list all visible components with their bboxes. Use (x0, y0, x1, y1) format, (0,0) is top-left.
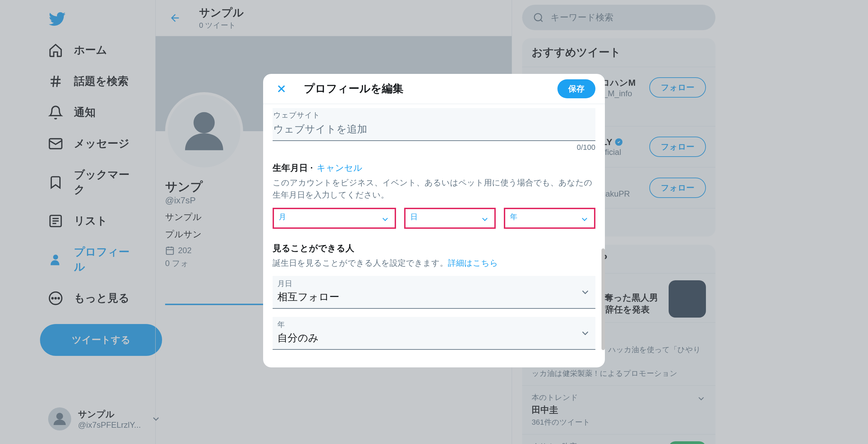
details-link[interactable]: 詳細はこちら (448, 258, 498, 267)
year-select[interactable]: 年 (504, 208, 595, 229)
modal-body: ウェブサイト ウェブサイトを追加 0/100 生年月日 · キャンセル このアカ… (263, 104, 605, 367)
month-select[interactable]: 月 (273, 208, 396, 229)
chevron-down-icon (480, 215, 490, 224)
website-field[interactable]: ウェブサイト ウェブサイトを追加 (273, 108, 595, 141)
cancel-link[interactable]: キャンセル (317, 163, 362, 173)
day-select[interactable]: 日 (404, 208, 496, 229)
scrollbar[interactable] (601, 248, 605, 350)
char-counter: 0/100 (273, 143, 595, 152)
chevron-down-icon (580, 287, 591, 298)
modal-title: プロフィールを編集 (304, 81, 557, 96)
save-button[interactable]: 保存 (557, 79, 595, 98)
visibility-desc: 誕生日を見ることができる人を設定できます。詳細はこちら (273, 257, 595, 269)
chevron-down-icon (380, 215, 390, 224)
birthdate-section-label: 生年月日 · キャンセル (273, 162, 595, 174)
modal-overlay[interactable]: プロフィールを編集 保存 ウェブサイト ウェブサイトを追加 0/100 生年月日… (0, 0, 868, 444)
chevron-down-icon (580, 215, 589, 224)
chevron-down-icon (580, 328, 591, 339)
close-button[interactable] (273, 80, 290, 98)
monthday-visibility-select[interactable]: 月日 相互フォロー (273, 276, 595, 309)
birthdate-selects: 月 日 年 (273, 208, 595, 229)
year-visibility-select[interactable]: 年 自分のみ (273, 317, 595, 350)
modal-header: プロフィールを編集 保存 (263, 74, 605, 104)
visibility-section-label: 見ることができる人 (273, 242, 595, 254)
edit-profile-modal: プロフィールを編集 保存 ウェブサイト ウェブサイトを追加 0/100 生年月日… (263, 74, 605, 367)
birthdate-desc: このアカウントをビジネス、イベント、あるいはペット用に使う場合でも、あなたの生年… (273, 177, 595, 201)
